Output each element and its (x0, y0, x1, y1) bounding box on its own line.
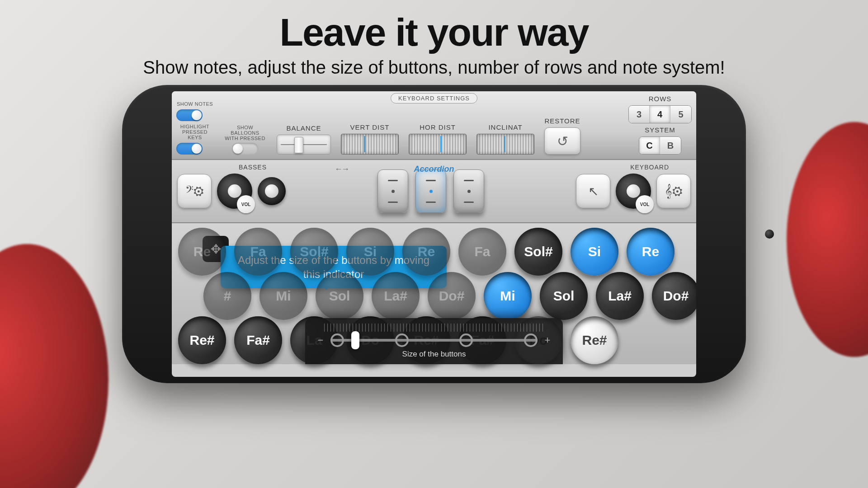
reed-option-3[interactable] (453, 169, 484, 213)
system-option-c[interactable]: C (639, 137, 660, 154)
collapse-arrow-icon: ↖ (588, 184, 599, 199)
size-decrease-button[interactable]: − (316, 334, 325, 346)
system-label: SYSTEM (645, 126, 675, 134)
bass-settings-button[interactable]: 𝄢⚙ (177, 174, 212, 208)
inclinat-wheel[interactable] (476, 134, 534, 155)
reed-option-1[interactable] (377, 169, 408, 213)
note-button[interactable]: Si (346, 228, 394, 276)
panel-title: KEYBOARD SETTINGS (391, 93, 477, 103)
size-increase-button[interactable]: + (543, 334, 552, 346)
ruler-ticks (324, 324, 544, 332)
collapse-button[interactable]: ↖ (576, 174, 610, 208)
bass-secondary-knob[interactable] (258, 177, 286, 205)
note-button[interactable]: Do# (428, 272, 476, 320)
size-stop (395, 333, 409, 347)
accordion-title: Accordion (414, 164, 454, 174)
note-button[interactable]: Re# (571, 316, 618, 364)
show-balloons-label: SHOW BALLOONS WITH PRESSED (223, 125, 267, 141)
note-button[interactable]: Re (627, 228, 675, 276)
note-button[interactable]: Fa (234, 228, 282, 276)
keyboard-settings-panel: KEYBOARD SETTINGS SHOW NOTES HIGHLIGHT P… (172, 91, 696, 160)
swap-arrows-icon[interactable]: ←→ (335, 164, 348, 174)
headline-subtitle: Show notes, adjust the size of buttons, … (0, 57, 868, 78)
note-button[interactable]: Mi (484, 272, 532, 320)
vol-badge: VOL (237, 195, 255, 213)
balance-label: BALANCE (286, 124, 321, 132)
note-button[interactable]: Re# (178, 316, 226, 364)
reed-selector (377, 169, 484, 213)
hor-dist-wheel[interactable] (409, 134, 467, 155)
size-slider-thumb[interactable] (351, 331, 359, 349)
rows-label: ROWS (649, 95, 672, 103)
restore-label: RESTORE (544, 117, 580, 125)
note-button[interactable]: Sol# (514, 228, 562, 276)
undo-icon: ↺ (557, 133, 568, 149)
rows-option-5[interactable]: 5 (670, 106, 691, 123)
note-button[interactable]: Mi (259, 272, 307, 320)
app-screen: KEYBOARD SETTINGS SHOW NOTES HIGHLIGHT P… (172, 91, 696, 377)
rows-option-4[interactable]: 4 (650, 106, 670, 123)
system-segmented: C B (639, 136, 681, 155)
highlight-keys-toggle[interactable] (176, 143, 203, 155)
keyboard-label: KEYBOARD (630, 164, 669, 171)
background-accent-right (787, 122, 868, 357)
size-stop (330, 333, 344, 347)
basses-label: BASSES (239, 164, 267, 171)
note-button[interactable]: Sol# (290, 228, 338, 276)
phone-camera-icon (765, 230, 774, 239)
vol-badge-kb: VOL (636, 195, 654, 213)
promo-headline: Leave it your way Show notes, adjust the… (0, 10, 868, 78)
show-notes-toggle[interactable] (176, 109, 203, 121)
rows-segmented: 3 4 5 (628, 105, 692, 123)
instrument-strip: BASSES Accordion ←→ KEYBOARD 𝄢⚙ VOL ↖ VO… (172, 160, 696, 223)
note-button[interactable]: Do# (652, 272, 696, 320)
hor-dist-label: HOR DIST (420, 123, 456, 131)
keyboard-settings-button[interactable]: 𝄞⚙ (656, 174, 691, 208)
note-button[interactable]: Sol (540, 272, 588, 320)
size-slider-label: Size of the buttons (316, 350, 552, 359)
bass-volume-knob[interactable]: VOL (217, 174, 252, 209)
show-notes-label: SHOW NOTES (176, 101, 213, 107)
background-accent-left (0, 244, 108, 488)
note-button[interactable]: Re (402, 228, 450, 276)
size-slider[interactable] (330, 339, 538, 342)
size-stop (524, 333, 538, 347)
note-button[interactable]: Fa (458, 228, 506, 276)
note-button[interactable]: La# (372, 272, 420, 320)
vert-dist-label: VERT DIST (350, 123, 390, 131)
button-keyboard: ✥ Adjust the size of the buttons by movi… (172, 223, 696, 364)
note-button[interactable]: Fa# (234, 316, 282, 364)
note-button[interactable]: La# (596, 272, 644, 320)
highlight-label: HIGHLIGHT PRESSED KEYS (176, 124, 213, 140)
phone-frame: KEYBOARD SETTINGS SHOW NOTES HIGHLIGHT P… (122, 85, 746, 383)
keyboard-volume-knob[interactable]: VOL (616, 174, 651, 209)
reed-option-2[interactable] (415, 169, 446, 213)
key-row-1: ReFaSol#SiReFaSol#SiRe (178, 228, 690, 276)
note-button[interactable]: Re (178, 228, 226, 276)
note-button[interactable]: Sol (316, 272, 363, 320)
show-balloons-toggle[interactable] (232, 143, 258, 155)
inclinat-label: INCLINAT (488, 123, 522, 131)
size-stop (459, 333, 473, 347)
treble-clef-gear-icon: 𝄞⚙ (665, 184, 683, 199)
key-row-2: #MiSolLa#Do#MiSolLa#Do# (203, 272, 690, 320)
rows-option-3[interactable]: 3 (629, 106, 650, 123)
button-size-panel: − + Size of the buttons (305, 318, 563, 364)
balance-slider[interactable] (277, 135, 331, 155)
restore-button[interactable]: ↺ (544, 127, 580, 155)
vert-dist-wheel[interactable] (341, 134, 399, 155)
note-button[interactable]: # (203, 272, 251, 320)
note-button[interactable]: Si (571, 228, 618, 276)
system-option-b[interactable]: B (660, 137, 681, 154)
headline-title: Leave it your way (0, 10, 868, 55)
bass-clef-gear-icon: 𝄢⚙ (185, 184, 204, 199)
